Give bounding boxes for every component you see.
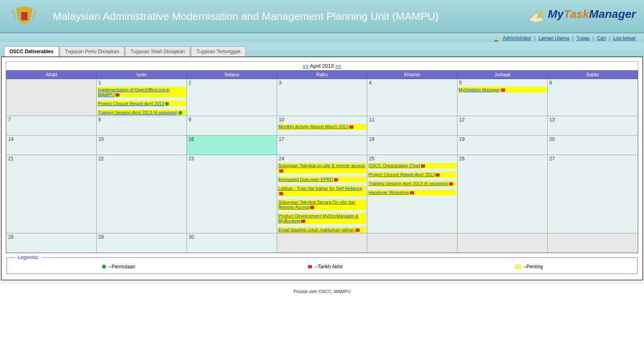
calendar-cell[interactable]: 5MyDesktop Manager: [458, 79, 548, 116]
calendar-cell[interactable]: 12: [458, 116, 548, 136]
event-link[interactable]: Latihan - Train the trainer for Self Rel…: [278, 186, 362, 191]
logo-task: Task: [564, 8, 589, 20]
calendar-cell[interactable]: 7: [7, 116, 97, 136]
svg-point-2: [494, 36, 498, 39]
nav-search-link[interactable]: Cari: [597, 35, 606, 41]
calendar-cell[interactable]: 27: [548, 155, 638, 233]
tab-tugasan-telah[interactable]: Tugasan Telah Disiapkan: [125, 46, 190, 56]
event-link[interactable]: OSCC Organization Chart: [369, 163, 420, 168]
day-number: 26: [458, 155, 547, 162]
calendar-cell[interactable]: 17: [277, 136, 367, 155]
event-link[interactable]: Product Development MyDocManager & MyBoo…: [278, 213, 358, 223]
calendar-cell[interactable]: 14: [7, 136, 97, 155]
calendar-table: Ahad Isnin Selasa Rabu Khamis Jumaat Sab…: [6, 70, 638, 253]
event-link[interactable]: Sokongan Teknikal on-site & remote acces…: [278, 163, 365, 168]
calendar-event: Project Closure Report April 2013: [368, 172, 457, 177]
calendar-cell[interactable]: 11: [367, 116, 458, 136]
calendar-cell[interactable]: 19: [458, 136, 548, 155]
calendar-cell[interactable]: [458, 233, 548, 253]
event-link[interactable]: Sokongan Teknikal Secara On-site dan Rem…: [278, 200, 356, 209]
day-number: 25: [367, 155, 457, 162]
red-flag-icon: [356, 229, 360, 232]
calendar-cell[interactable]: 29: [97, 233, 187, 253]
calendar-cell[interactable]: 16: [187, 136, 277, 155]
nav-home-link[interactable]: Laman Utama: [538, 35, 569, 41]
start-flag-icon: [102, 265, 106, 269]
event-link[interactable]: Handover Workshop: [369, 190, 409, 195]
calendar-cell[interactable]: 28: [7, 233, 97, 253]
calendar-cell[interactable]: 8: [97, 116, 187, 136]
day-header: Ahad: [7, 71, 97, 79]
day-number: 2: [187, 79, 277, 86]
event-link[interactable]: Training Session April 2013 (6 sessions): [98, 110, 178, 115]
calendar-cell[interactable]: 10Monthly Activity Report March 2013: [277, 116, 367, 136]
tab-tugasan-tertunggak[interactable]: Tugasan Tertunggak: [191, 46, 246, 56]
calendar-cell[interactable]: 22: [97, 155, 187, 233]
red-flag-icon: [436, 173, 440, 177]
calendar-cell[interactable]: 3: [277, 79, 367, 116]
prev-month-link[interactable]: <<: [303, 63, 309, 69]
calendar-cell[interactable]: [367, 233, 458, 253]
tab-tugasan-perlu[interactable]: Tugasan Perlu Disiapkan: [60, 46, 125, 56]
calendar-cell[interactable]: 23: [187, 155, 277, 233]
day-header: Khamis: [367, 71, 458, 79]
next-month-link[interactable]: >>: [335, 63, 341, 69]
event-link[interactable]: Email blasting untuk makluman latihan: [278, 227, 355, 232]
calendar-event: Sokongan Teknikal on-site & remote acces…: [278, 163, 366, 173]
red-flag-icon: [115, 93, 119, 97]
day-number: 5: [458, 79, 547, 86]
calendar-cell[interactable]: 2: [187, 79, 277, 116]
red-flag-icon: [349, 125, 353, 129]
red-flag-icon: [279, 169, 283, 172]
calendar-cell[interactable]: 4: [367, 79, 458, 116]
calendar-title: April 2013: [310, 63, 334, 69]
calendar-cell[interactable]: 25OSCC Organization ChartProject Closure…: [367, 155, 458, 233]
tabs: OSCC Deliverables Tugasan Perlu Disiapka…: [4, 46, 640, 56]
calendar-cell[interactable]: 24Sokongan Teknikal on-site & remote acc…: [277, 155, 367, 233]
calendar-cell[interactable]: [277, 233, 367, 253]
event-link[interactable]: Implementation of OpenOffice.org in MAMP…: [98, 87, 170, 97]
legend: Legenda: --Permulaan --Tarikh Akhir --Pe…: [7, 257, 637, 274]
calendar-cell[interactable]: 18: [367, 136, 458, 155]
calendar-cell[interactable]: 21: [7, 155, 97, 233]
day-number: 17: [277, 136, 367, 143]
day-number: 9: [187, 116, 277, 123]
day-number: 18: [367, 136, 457, 143]
calendar-event: Training Session April 2013 (6 sessions): [97, 110, 186, 115]
event-link[interactable]: Project Closure Report April 2013: [98, 101, 164, 106]
day-number: 29: [97, 233, 186, 241]
user-icon: [492, 35, 500, 42]
svg-rect-0: [21, 12, 28, 20]
calendar-cell[interactable]: 6: [548, 79, 638, 116]
calendar-event: Implementation of OpenOffice.org in MAMP…: [97, 87, 186, 97]
calendar-event: Product Development MyDocManager & MyBoo…: [278, 213, 366, 224]
day-number: 1: [97, 79, 186, 86]
event-link[interactable]: Kemaskini Dokumen EPRD: [278, 177, 333, 182]
calendar-cell[interactable]: [548, 233, 638, 253]
calendar-cell[interactable]: 20: [548, 136, 638, 155]
event-link[interactable]: Project Closure Report April 2013: [369, 172, 435, 177]
calendar-cell[interactable]: [7, 79, 97, 116]
day-number: 6: [548, 79, 637, 86]
calendar-nav: << April 2013 >>: [6, 62, 638, 70]
logo-my: My: [548, 8, 564, 20]
event-link[interactable]: MyDesktop Manager: [459, 87, 500, 92]
calendar-cell[interactable]: 26: [458, 155, 548, 233]
calendar-cell[interactable]: 1Implementation of OpenOffice.org in MAM…: [97, 79, 187, 116]
tab-oscc-deliverables[interactable]: OSCC Deliverables: [4, 46, 59, 56]
legend-end: --Tarikh Akhir: [307, 264, 343, 270]
calendar-event: Monthly Activity Report March 2013: [278, 124, 366, 129]
event-link[interactable]: Training Session April 2013 (6 sessions): [369, 181, 448, 186]
calendar-cell[interactable]: 30: [187, 233, 277, 253]
event-link[interactable]: Monthly Activity Report March 2013: [278, 124, 349, 129]
nav-admin-link[interactable]: Administrator: [503, 35, 531, 41]
nav-logout-link[interactable]: Log keluar: [613, 35, 636, 41]
calendar-cell[interactable]: 9: [187, 116, 277, 136]
calendar-cell[interactable]: 15: [97, 136, 187, 155]
legend-start: --Permulaan: [101, 264, 135, 270]
day-header: Rabu: [277, 71, 367, 79]
day-number: 24: [277, 155, 367, 162]
end-flag-icon: [308, 265, 312, 268]
calendar-cell[interactable]: 13: [548, 116, 638, 136]
nav-tasks-link[interactable]: Tugas: [576, 35, 590, 41]
